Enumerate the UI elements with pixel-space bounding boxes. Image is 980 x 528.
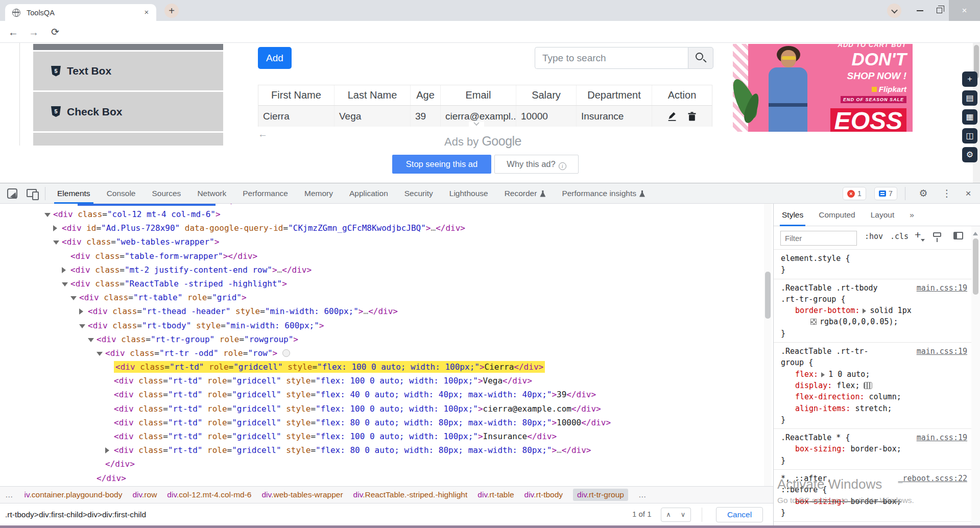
tree-node[interactable]: <div class="rt-td" role="gridcell" style… — [0, 360, 773, 374]
collapse-arrow-icon[interactable] — [53, 241, 59, 248]
add-button[interactable]: Add — [258, 47, 292, 69]
styles-tab-styles[interactable]: Styles — [782, 204, 803, 226]
ad-collapse-chevron[interactable] — [469, 122, 484, 128]
expand-arrow-icon[interactable] — [863, 308, 869, 314]
stop-seeing-ad-button[interactable]: Stop seeing this ad — [392, 155, 491, 174]
expand-arrow-icon[interactable] — [79, 308, 86, 315]
tree-node-clipped[interactable]: <div class="col-12 mt-4 col-md-3">…</div… — [0, 204, 773, 207]
column-header-first-name[interactable]: First Name — [258, 85, 334, 105]
stylesheet-link[interactable]: main.css:19 — [917, 282, 967, 294]
tree-node[interactable]: <div class="rt-tr-group" role="rowgroup"… — [0, 332, 773, 346]
css-rule[interactable]: element.style {} — [774, 250, 971, 279]
tree-node[interactable]: <div class="rt-td" role="gridcell" style… — [0, 374, 773, 388]
elements-scrollbar[interactable] — [764, 204, 772, 486]
expand-arrow-icon[interactable] — [105, 447, 112, 453]
class-toggle[interactable]: .cls — [890, 232, 909, 241]
device-toolbar-icon[interactable] — [27, 189, 37, 197]
new-tab-button[interactable]: + — [164, 4, 179, 18]
search-input[interactable] — [535, 47, 688, 69]
find-next-button[interactable]: ∨ — [676, 508, 691, 522]
breadcrumb-item[interactable]: div.rt-tr-group — [573, 489, 628, 501]
delete-icon[interactable] — [687, 111, 697, 122]
devtools-tab-performance[interactable]: Performance — [234, 183, 296, 204]
column-header-age[interactable]: Age — [411, 85, 441, 105]
breadcrumb-item[interactable]: div.web-tables-wrapper — [261, 490, 343, 499]
ext-gallery-icon[interactable]: ▦ — [962, 109, 977, 125]
devtools-tab-performance-insights[interactable]: Performance insights — [554, 183, 653, 204]
scrollbar-thumb[interactable] — [973, 238, 978, 295]
tree-node[interactable]: <div class="mt-2 justify-content-end row… — [0, 263, 773, 277]
window-minimize-button[interactable] — [910, 0, 929, 21]
styles-tab-computed[interactable]: Computed — [819, 204, 855, 226]
tree-node[interactable]: <div class="col-12 mt-4 col-md-6"> — [0, 207, 773, 221]
styles-scrollbar[interactable] — [971, 226, 980, 525]
collapse-arrow-icon[interactable] — [97, 352, 103, 359]
find-previous-button[interactable]: ∧ — [661, 508, 676, 522]
breadcrumb-item[interactable]: div.ReactTable.-striped.-highlight — [353, 490, 468, 499]
devtools-tab-lighthouse[interactable]: Lighthouse — [441, 183, 496, 204]
column-header-department[interactable]: Department — [577, 85, 652, 105]
styles-tab-layout[interactable]: Layout — [871, 204, 895, 226]
expand-arrow-icon[interactable] — [821, 372, 827, 377]
ad-banner[interactable]: ADD TO CART BUT DON'T SHOP NOW ! Flipkar… — [733, 44, 913, 132]
why-this-ad-button[interactable]: Why this ad?i — [494, 155, 579, 174]
search-button[interactable] — [688, 47, 713, 69]
tree-node[interactable]: <div class="rt-thead -header" style="min… — [0, 304, 773, 318]
ext-settings-icon[interactable]: ⚙ — [962, 147, 977, 162]
rendering-icon[interactable] — [933, 232, 941, 237]
breadcrumb-ellipsis[interactable]: … — [638, 490, 648, 499]
cancel-button[interactable]: Cancel — [716, 507, 763, 522]
color-swatch[interactable] — [810, 319, 817, 325]
tree-node[interactable]: <div class="ReactTable -striped -highlig… — [0, 277, 773, 291]
find-input[interactable] — [5, 507, 608, 522]
tree-node[interactable]: <div class="rt-td" role="gridcell" style… — [0, 388, 773, 401]
collapse-arrow-icon[interactable] — [70, 296, 77, 303]
css-rule[interactable]: main.css:19.ReactTable .rt-tr-group {fle… — [774, 343, 971, 429]
devtools-close-icon[interactable]: × — [959, 183, 977, 204]
tree-node[interactable]: <div class="web-tables-wrapper"> — [0, 235, 773, 249]
devtools-menu-icon[interactable]: ⋮ — [938, 183, 956, 204]
collapse-arrow-icon[interactable] — [44, 213, 51, 220]
devtools-tab-elements[interactable]: Elements — [49, 183, 99, 204]
toggle-sidebar-icon[interactable] — [953, 232, 963, 239]
styles-filter-input[interactable] — [780, 231, 857, 246]
stylesheet-link[interactable]: _reboot.scss:22 — [898, 473, 967, 484]
css-rule[interactable]: _reboot.scss:22*, ::after,::before {box-… — [774, 470, 971, 522]
window-close-button[interactable]: × — [949, 0, 980, 21]
tree-node[interactable]: <div class="table-form-wrapper"></div> — [0, 249, 773, 263]
breadcrumb-item[interactable]: iv.container.playgound-body — [25, 490, 123, 499]
tree-node[interactable]: <div class="rt-td" role="gridcell" style… — [0, 429, 773, 443]
devtools-tab-application[interactable]: Application — [341, 183, 396, 204]
sidebar-group-header[interactable] — [33, 44, 223, 50]
window-restore-button[interactable] — [929, 0, 949, 21]
ext-add-icon[interactable]: + — [962, 71, 977, 87]
ext-screen-icon[interactable]: ▤ — [962, 90, 977, 106]
browser-tab[interactable]: ToolsQA × — [5, 4, 156, 21]
devtools-tab-network[interactable]: Network — [189, 183, 234, 204]
inspect-element-icon[interactable] — [7, 188, 17, 199]
devtools-tab-recorder[interactable]: Recorder — [496, 183, 554, 204]
sidebar-item-check-box[interactable]: 5 Check Box — [33, 92, 223, 131]
tree-node[interactable]: </div> — [0, 471, 773, 485]
collapse-arrow-icon[interactable] — [62, 282, 68, 290]
breadcrumb-item[interactable]: div.rt-table — [477, 490, 514, 499]
devtools-tab-security[interactable]: Security — [396, 183, 441, 204]
devtools-tab-memory[interactable]: Memory — [296, 183, 341, 204]
tree-node[interactable]: <div class="rt-td" role="gridcell" style… — [0, 443, 773, 457]
hover-toggle[interactable]: :hov — [865, 232, 883, 241]
devtools-tab-sources[interactable]: Sources — [144, 183, 189, 204]
tree-node[interactable]: <div class="rt-table" role="grid"> — [0, 291, 773, 304]
column-header-action[interactable]: Action — [652, 85, 712, 105]
tree-node[interactable]: </div> — [0, 457, 773, 471]
flex-editor-icon[interactable] — [864, 382, 872, 389]
error-badge[interactable]: ×1 — [843, 187, 866, 200]
devtools-tab-console[interactable]: Console — [99, 183, 144, 204]
column-header-salary[interactable]: Salary — [516, 85, 577, 105]
stylesheet-link[interactable]: main.css:19 — [917, 346, 967, 357]
collapse-arrow-icon[interactable] — [79, 324, 85, 331]
stylesheet-link[interactable]: main.css:19 — [917, 432, 967, 443]
new-style-rule-button[interactable]: + — [915, 229, 921, 241]
css-rule[interactable]: main.css:19.ReactTable * {box-sizing: bo… — [774, 429, 971, 470]
breadcrumb-ellipsis[interactable]: … — [5, 490, 14, 499]
tab-search-button[interactable] — [887, 4, 901, 18]
